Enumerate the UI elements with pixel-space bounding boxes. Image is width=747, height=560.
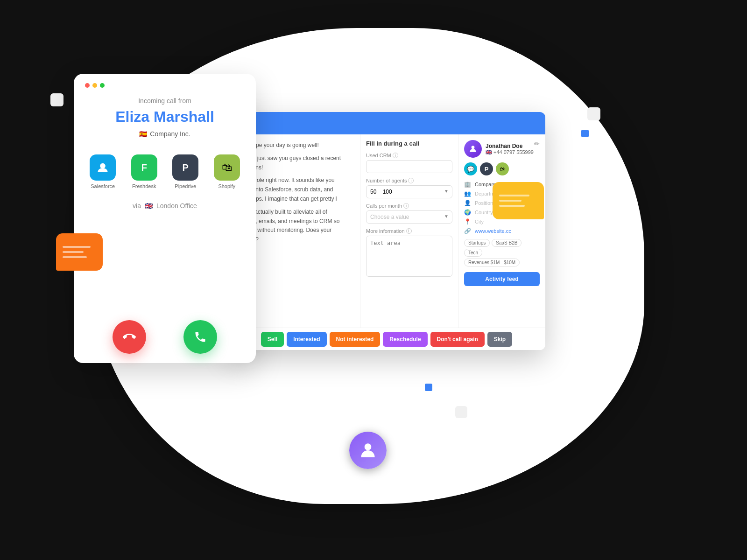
dot-red xyxy=(85,83,90,88)
info-icon-3: i xyxy=(403,203,409,209)
app-chat-icon: 💬 xyxy=(464,162,477,175)
bubble-line xyxy=(63,246,91,248)
contact-name: Jonathan Doe xyxy=(486,143,534,149)
bubble-line xyxy=(63,251,84,253)
bubble-line xyxy=(63,256,87,258)
detail-city: 📍 City xyxy=(464,218,540,225)
svg-point-2 xyxy=(365,443,372,450)
app-shopify-icon: 🛍 xyxy=(496,162,509,175)
crm-top-bar xyxy=(228,112,545,134)
dec-square-1 xyxy=(50,93,63,106)
pipedrive-label: Pipedrive xyxy=(175,183,196,189)
speech-bubble-right xyxy=(493,182,544,219)
form-section: Fill in during a call Used CRM i Number … xyxy=(360,134,458,328)
used-crm-label: Used CRM i xyxy=(366,153,452,158)
info-icon-1: i xyxy=(393,153,398,158)
not-interested-button[interactable]: Not interested xyxy=(330,332,381,347)
contact-info: Jonathan Doe 🇬🇧 +44 0797 555999 xyxy=(464,140,534,158)
dont-call-button[interactable]: Don't call again xyxy=(430,332,485,347)
reschedule-button[interactable]: Reschedule xyxy=(383,332,427,347)
integration-pipedrive: P Pipedrive xyxy=(168,154,204,189)
contact-avatar xyxy=(464,140,482,158)
info-icon-2: i xyxy=(408,178,414,183)
avatar-person-icon xyxy=(468,144,478,154)
decline-icon xyxy=(123,330,136,343)
form-title: Fill in during a call xyxy=(366,140,452,147)
company-icon: 🏢 xyxy=(464,181,471,188)
edit-icon[interactable]: ✏ xyxy=(534,140,540,147)
department-icon: 👥 xyxy=(464,190,471,197)
salesforce-label: Salesforce xyxy=(91,183,115,189)
used-crm-input[interactable] xyxy=(366,160,452,173)
activity-feed-button[interactable]: Activity feed xyxy=(464,272,540,286)
position-icon: 👤 xyxy=(464,200,471,206)
company-row: 🇪🇸 Company Inc. xyxy=(139,130,190,138)
crm-bottom-bar: Sell Interested Not interested Reschedul… xyxy=(228,328,545,350)
integration-shopify: 🛍 Shopify xyxy=(209,154,245,189)
more-info-label: More information i xyxy=(366,228,452,234)
decline-button[interactable] xyxy=(113,320,146,354)
crm-body: here. Hope your day is going well! ile, … xyxy=(228,134,545,328)
accept-icon xyxy=(194,330,207,343)
via-row: via 🇬🇧 London Office xyxy=(133,202,197,210)
bubble-line xyxy=(499,205,525,207)
detail-position-text: Position xyxy=(475,200,493,206)
integration-freshdesk: F Freshdesk xyxy=(127,154,162,189)
tag-startups: Startups xyxy=(464,239,490,247)
phone-card: Incoming call from Eliza Marshall 🇪🇸 Com… xyxy=(74,74,256,363)
detail-website: 🔗 www.website.cc xyxy=(464,228,540,234)
pipedrive-icon: P xyxy=(172,154,198,181)
accept-button[interactable] xyxy=(183,320,217,354)
bubble-line xyxy=(499,200,521,202)
via-label: via xyxy=(133,202,141,210)
bottom-avatar xyxy=(349,432,387,469)
contact-phone: +44 0797 555999 xyxy=(493,149,534,155)
bubble-line xyxy=(499,195,529,196)
company-name: Company Inc. xyxy=(150,130,190,138)
app-pipedrive-icon: P xyxy=(480,162,493,175)
bottom-avatar-icon xyxy=(358,440,378,461)
speech-bubble-left xyxy=(56,233,103,271)
contact-text: Jonathan Doe 🇬🇧 +44 0797 555999 xyxy=(486,143,534,155)
interested-button[interactable]: Interested xyxy=(287,332,326,347)
svg-point-1 xyxy=(472,146,475,149)
agents-label: Number of agents i xyxy=(366,178,452,183)
tag-tech: Tech xyxy=(464,249,482,257)
company-flag: 🇪🇸 xyxy=(139,130,147,138)
more-info-textarea[interactable] xyxy=(366,236,452,277)
contact-header: Jonathan Doe 🇬🇧 +44 0797 555999 ✏ xyxy=(464,140,540,158)
country-icon: 🌍 xyxy=(464,209,471,216)
city-icon: 📍 xyxy=(464,218,471,225)
skip-button[interactable]: Skip xyxy=(487,332,512,347)
dot-green xyxy=(100,83,105,88)
integrations-grid: Salesforce F Freshdesk P Pipedrive 🛍 Sho… xyxy=(85,154,245,189)
contact-flag: 🇬🇧 xyxy=(486,149,492,155)
website-icon: 🔗 xyxy=(464,228,471,234)
shopify-icon: 🛍 xyxy=(214,154,240,181)
crm-panel: here. Hope your day is going well! ile, … xyxy=(228,112,545,350)
svg-point-0 xyxy=(100,163,106,169)
incoming-label: Incoming call from xyxy=(138,97,191,105)
detail-country-text: Country xyxy=(475,210,493,215)
detail-city-text: City xyxy=(475,219,484,224)
tag-saas: SaaS B2B xyxy=(492,239,521,247)
call-actions xyxy=(113,320,217,354)
agents-select[interactable]: 50 – 100 xyxy=(366,185,452,198)
office-name: London Office xyxy=(156,202,197,210)
contact-section: Jonathan Doe 🇬🇧 +44 0797 555999 ✏ 💬 P 🛍 xyxy=(458,134,545,328)
shopify-label: Shopify xyxy=(218,183,235,189)
dec-square-4 xyxy=(455,406,467,418)
calls-select[interactable]: Choose a value xyxy=(366,210,452,224)
uk-flag: 🇬🇧 xyxy=(145,202,153,210)
contact-apps: 💬 P 🛍 xyxy=(464,162,540,175)
dec-square-5 xyxy=(425,384,432,391)
calls-label: Calls per month i xyxy=(366,203,452,209)
tag-revenues: Revenues $1M - $10M xyxy=(464,259,520,266)
info-icon-4: i xyxy=(406,228,412,234)
salesforce-icon xyxy=(90,154,116,181)
dot-yellow xyxy=(92,83,97,88)
dec-square-3 xyxy=(581,130,589,137)
sell-button[interactable]: Sell xyxy=(261,332,284,347)
contact-phone-row: 🇬🇧 +44 0797 555999 xyxy=(486,149,534,155)
detail-website-text: www.website.cc xyxy=(475,228,511,234)
